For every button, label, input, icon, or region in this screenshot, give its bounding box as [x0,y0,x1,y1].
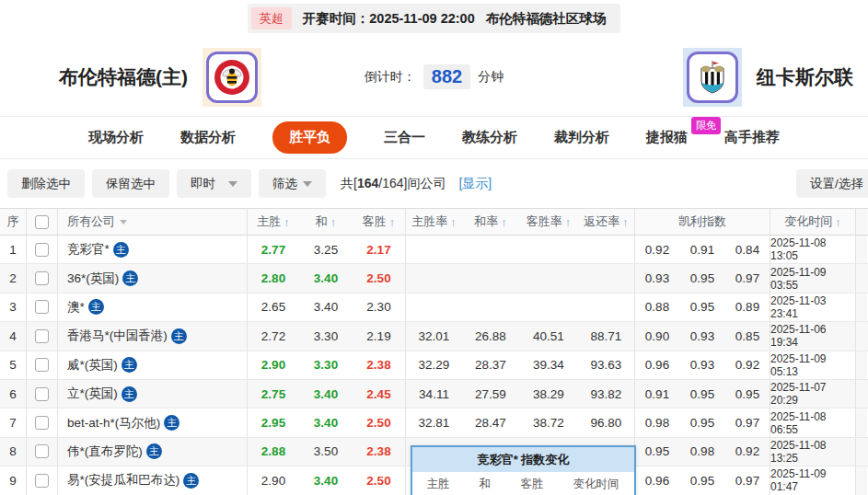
company-cell[interactable]: 伟*(直布罗陀)主 [57,438,247,466]
scrollbar-track[interactable] [855,380,867,408]
company-cell[interactable]: 澳*主 [57,294,247,321]
home-odds[interactable]: 2.90 [247,466,299,494]
home-odds[interactable]: 2.80 [247,264,299,292]
scrollbar-track[interactable] [855,209,867,235]
sort-up-icon: ↑ [284,215,290,229]
tab-6[interactable]: 裁判分析 [554,129,609,146]
delete-selected-button[interactable]: 删除选中 [7,169,85,198]
draw-odds[interactable]: 3.50 [299,438,353,466]
tab-5[interactable]: 教练分析 [462,129,517,146]
col-return-rate[interactable]: 返还率↑ [578,209,634,235]
away-odds[interactable]: 2.38 [353,351,405,379]
tab-4[interactable]: 三合一 [384,129,425,146]
tab-1[interactable]: 现场分析 [88,129,144,146]
draw-rate [462,294,519,321]
away-odds[interactable]: 2.17 [353,236,405,263]
row-checkbox[interactable] [35,243,49,257]
row-checkbox[interactable] [35,358,49,372]
col-company[interactable]: 所有公司 [57,209,247,235]
company-name: 澳* [67,299,85,316]
tab-7[interactable]: 捷报猫限免 [646,129,688,146]
away-odds[interactable]: 2.45 [353,380,405,408]
home-odds[interactable]: 2.65 [247,294,299,321]
keep-selected-button[interactable]: 保留选中 [92,169,169,198]
row-checkbox[interactable] [35,329,49,343]
home-odds[interactable]: 2.77 [247,236,299,263]
change-time: 2025-11-09 03:55 [770,264,855,292]
away-odds[interactable]: 2.50 [353,466,405,494]
company-cell[interactable]: 威*(英国)主 [57,351,247,379]
select-all-checkbox[interactable] [35,215,49,229]
popup-col-4: 变化时间 [558,472,634,495]
scrollbar-track[interactable] [855,409,867,436]
col-home-rate[interactable]: 主胜率↑ [405,209,462,235]
row-checkbox[interactable] [35,474,49,488]
col-away-rate[interactable]: 客胜率↑ [519,209,578,235]
away-odds[interactable]: 2.50 [353,409,405,436]
away-odds[interactable]: 2.38 [353,438,405,466]
draw-odds[interactable]: 3.30 [299,322,353,350]
draw-odds[interactable]: 3.30 [299,351,353,379]
company-cell[interactable]: 香港马*(中国香港)主 [57,322,247,350]
home-rate [405,236,462,263]
row-checkbox[interactable] [35,387,49,401]
company-cell[interactable]: 易*(安提瓜和巴布达)主 [57,466,247,494]
home-odds[interactable]: 2.90 [247,351,299,379]
tab-3[interactable]: 胜平负 [272,121,347,154]
col-draw-odds[interactable]: 和↑ [299,209,353,235]
popup-col-3: 客胜 [506,472,558,495]
col-change-time[interactable]: 变化时间↑ [770,209,855,235]
return-rate: 93.63 [578,351,634,379]
away-odds[interactable]: 2.30 [353,294,405,321]
draw-odds[interactable]: 3.40 [299,466,353,494]
host-icon: 主 [146,443,162,459]
table-row: 4香港马*(中国香港)主2.723.302.1932.0126.8840.518… [0,322,868,351]
kelly-1: 0.88 [634,294,679,321]
draw-odds[interactable]: 3.40 [299,264,353,292]
col-home-odds[interactable]: 主胜↑ [247,209,299,235]
scrollbar-track[interactable] [855,236,867,263]
draw-odds[interactable]: 3.25 [299,236,353,263]
scrollbar-track[interactable] [855,294,867,321]
show-link[interactable]: [显示] [458,176,492,192]
countdown-label: 倒计时： [365,69,416,86]
company-cell[interactable]: 竞彩官*主 [57,236,247,263]
row-checkbox[interactable] [35,271,49,285]
host-icon: 主 [122,357,137,373]
tab-8[interactable]: 高手推荐 [724,129,780,146]
company-cell[interactable]: bet-at-h*(马尔他)主 [57,409,247,436]
table-row: 1竞彩官*主2.773.252.170.920.910.842025-11-08… [0,236,868,264]
kelly-2: 0.93 [679,351,725,379]
row-seq: 4 [0,322,26,350]
row-checkbox[interactable] [35,416,49,430]
away-odds[interactable]: 2.19 [353,322,405,350]
away-odds[interactable]: 2.50 [353,264,405,292]
col-away-odds[interactable]: 客胜↑ [353,209,405,235]
scrollbar-track[interactable] [855,466,867,494]
scrollbar-track[interactable] [855,351,867,379]
company-cell[interactable]: 36*(英国)主 [57,264,247,292]
scrollbar-track[interactable] [855,264,867,292]
draw-odds[interactable]: 3.40 [299,409,353,436]
company-cell[interactable]: 立*(英国)主 [57,380,247,408]
home-odds[interactable]: 2.75 [247,380,299,408]
home-rate: 32.29 [405,351,462,379]
away-team-name: 纽卡斯尔联 [757,64,853,90]
instant-dropdown[interactable]: 即时 [177,169,251,198]
tab-2[interactable]: 数据分析 [180,129,236,146]
table-row: 5威*(英国)主2.903.302.3832.2928.3739.3493.63… [0,351,868,380]
draw-odds[interactable]: 3.40 [299,294,353,321]
kelly-1: 0.96 [634,351,679,379]
scrollbar-track[interactable] [855,322,867,350]
settings-select-button[interactable]: 设置/选择 [796,169,868,198]
row-checkbox[interactable] [35,300,49,314]
col-draw-rate[interactable]: 和率↑ [462,209,519,235]
return-rate: 93.82 [578,380,634,408]
home-odds[interactable]: 2.72 [247,322,299,350]
row-checkbox[interactable] [35,444,49,458]
filter-dropdown[interactable]: 筛选 [259,169,326,198]
home-odds[interactable]: 2.95 [247,409,299,436]
scrollbar-track[interactable] [855,438,867,466]
draw-odds[interactable]: 3.40 [299,380,353,408]
home-odds[interactable]: 2.88 [247,438,299,466]
